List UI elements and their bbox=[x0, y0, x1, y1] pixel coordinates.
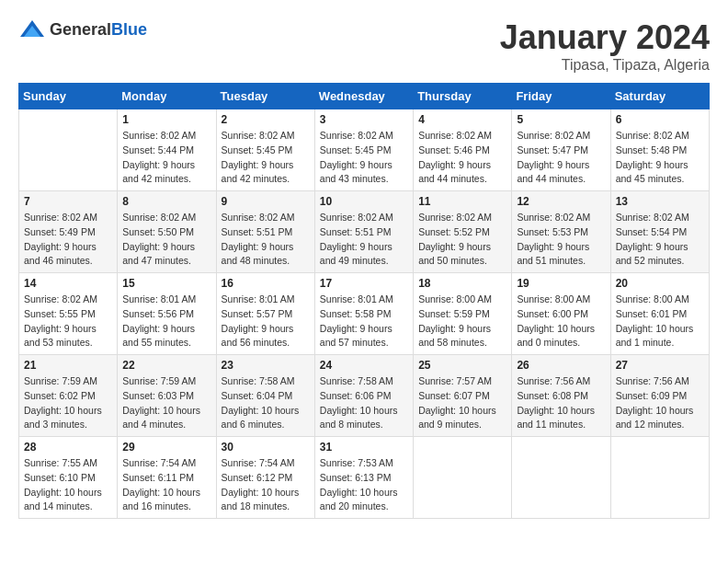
logo-blue: Blue bbox=[111, 20, 147, 39]
calendar-cell: 6Sunrise: 8:02 AMSunset: 5:48 PMDaylight… bbox=[610, 109, 709, 191]
day-info: Sunrise: 8:02 AMSunset: 5:47 PMDaylight:… bbox=[517, 129, 605, 187]
calendar-cell: 18Sunrise: 8:00 AMSunset: 5:59 PMDayligh… bbox=[414, 273, 512, 355]
day-number: 16 bbox=[222, 277, 310, 290]
day-info: Sunrise: 7:56 AMSunset: 6:09 PMDaylight:… bbox=[616, 374, 704, 432]
header-friday: Friday bbox=[512, 84, 610, 109]
calendar-cell: 24Sunrise: 7:58 AMSunset: 6:06 PMDayligh… bbox=[314, 355, 413, 437]
calendar-cell: 13Sunrise: 8:02 AMSunset: 5:54 PMDayligh… bbox=[610, 191, 709, 273]
page-header: GeneralBlue January 2024 Tipasa, Tipaza,… bbox=[18, 18, 710, 74]
day-number: 1 bbox=[122, 113, 210, 126]
calendar-cell: 22Sunrise: 7:59 AMSunset: 6:03 PMDayligh… bbox=[118, 355, 216, 437]
day-number: 23 bbox=[222, 359, 310, 372]
logo-icon bbox=[18, 18, 46, 40]
day-info: Sunrise: 8:02 AMSunset: 5:51 PMDaylight:… bbox=[320, 211, 408, 269]
day-info: Sunrise: 8:02 AMSunset: 5:48 PMDaylight:… bbox=[616, 129, 704, 187]
day-number: 31 bbox=[320, 441, 408, 454]
day-info: Sunrise: 7:55 AMSunset: 6:10 PMDaylight:… bbox=[24, 456, 112, 514]
day-info: Sunrise: 8:00 AMSunset: 6:01 PMDaylight:… bbox=[616, 293, 704, 350]
day-number: 3 bbox=[320, 113, 408, 126]
day-number: 6 bbox=[616, 113, 704, 126]
day-info: Sunrise: 7:59 AMSunset: 6:03 PMDaylight:… bbox=[122, 374, 210, 432]
header-saturday: Saturday bbox=[610, 84, 709, 109]
day-info: Sunrise: 8:02 AMSunset: 5:54 PMDaylight:… bbox=[616, 211, 704, 269]
calendar-cell: 8Sunrise: 8:02 AMSunset: 5:50 PMDaylight… bbox=[118, 191, 216, 273]
calendar-cell bbox=[610, 437, 709, 519]
day-number: 28 bbox=[24, 441, 112, 454]
calendar-table: Sunday Monday Tuesday Wednesday Thursday… bbox=[18, 83, 710, 519]
day-number: 12 bbox=[517, 195, 605, 208]
day-info: Sunrise: 8:01 AMSunset: 5:58 PMDaylight:… bbox=[320, 293, 408, 350]
location-title: Tipasa, Tipaza, Algeria bbox=[500, 57, 710, 74]
calendar-cell: 28Sunrise: 7:55 AMSunset: 6:10 PMDayligh… bbox=[19, 437, 118, 519]
day-number: 8 bbox=[122, 195, 210, 208]
title-area: January 2024 Tipasa, Tipaza, Algeria bbox=[500, 18, 710, 74]
calendar-week-row: 28Sunrise: 7:55 AMSunset: 6:10 PMDayligh… bbox=[19, 437, 710, 519]
calendar-cell: 27Sunrise: 7:56 AMSunset: 6:09 PMDayligh… bbox=[610, 355, 709, 437]
calendar-week-row: 21Sunrise: 7:59 AMSunset: 6:02 PMDayligh… bbox=[19, 355, 710, 437]
day-info: Sunrise: 8:02 AMSunset: 5:45 PMDaylight:… bbox=[222, 129, 310, 187]
day-number: 24 bbox=[320, 359, 408, 372]
day-info: Sunrise: 8:01 AMSunset: 5:56 PMDaylight:… bbox=[122, 293, 210, 350]
day-number: 18 bbox=[418, 277, 506, 290]
day-info: Sunrise: 8:02 AMSunset: 5:46 PMDaylight:… bbox=[418, 129, 506, 187]
calendar-cell: 3Sunrise: 8:02 AMSunset: 5:45 PMDaylight… bbox=[314, 109, 413, 191]
calendar-cell: 16Sunrise: 8:01 AMSunset: 5:57 PMDayligh… bbox=[216, 273, 314, 355]
logo-text: GeneralBlue bbox=[50, 20, 147, 40]
day-number: 30 bbox=[222, 441, 310, 454]
header-wednesday: Wednesday bbox=[314, 84, 413, 109]
day-info: Sunrise: 8:02 AMSunset: 5:45 PMDaylight:… bbox=[320, 129, 408, 187]
month-title: January 2024 bbox=[500, 18, 710, 57]
calendar-cell: 26Sunrise: 7:56 AMSunset: 6:08 PMDayligh… bbox=[512, 355, 610, 437]
calendar-cell: 1Sunrise: 8:02 AMSunset: 5:44 PMDaylight… bbox=[118, 109, 216, 191]
calendar-week-row: 1Sunrise: 8:02 AMSunset: 5:44 PMDaylight… bbox=[19, 109, 710, 191]
day-info: Sunrise: 8:02 AMSunset: 5:53 PMDaylight:… bbox=[517, 211, 605, 269]
calendar-cell: 29Sunrise: 7:54 AMSunset: 6:11 PMDayligh… bbox=[118, 437, 216, 519]
calendar-cell: 20Sunrise: 8:00 AMSunset: 6:01 PMDayligh… bbox=[610, 273, 709, 355]
calendar-cell: 12Sunrise: 8:02 AMSunset: 5:53 PMDayligh… bbox=[512, 191, 610, 273]
day-info: Sunrise: 7:54 AMSunset: 6:11 PMDaylight:… bbox=[122, 456, 210, 514]
day-info: Sunrise: 8:00 AMSunset: 5:59 PMDaylight:… bbox=[418, 293, 506, 350]
calendar-cell: 7Sunrise: 8:02 AMSunset: 5:49 PMDaylight… bbox=[19, 191, 118, 273]
day-info: Sunrise: 8:02 AMSunset: 5:49 PMDaylight:… bbox=[24, 211, 112, 269]
calendar-cell: 10Sunrise: 8:02 AMSunset: 5:51 PMDayligh… bbox=[314, 191, 413, 273]
header-tuesday: Tuesday bbox=[216, 84, 314, 109]
day-number: 29 bbox=[122, 441, 210, 454]
day-number: 2 bbox=[222, 113, 310, 126]
day-info: Sunrise: 7:58 AMSunset: 6:06 PMDaylight:… bbox=[320, 374, 408, 432]
calendar-cell: 25Sunrise: 7:57 AMSunset: 6:07 PMDayligh… bbox=[414, 355, 512, 437]
calendar-cell: 9Sunrise: 8:02 AMSunset: 5:51 PMDaylight… bbox=[216, 191, 314, 273]
calendar-cell: 31Sunrise: 7:53 AMSunset: 6:13 PMDayligh… bbox=[314, 437, 413, 519]
calendar-cell: 5Sunrise: 8:02 AMSunset: 5:47 PMDaylight… bbox=[512, 109, 610, 191]
calendar-body: 1Sunrise: 8:02 AMSunset: 5:44 PMDaylight… bbox=[19, 109, 710, 519]
day-info: Sunrise: 8:02 AMSunset: 5:51 PMDaylight:… bbox=[222, 211, 310, 269]
calendar-week-row: 14Sunrise: 8:02 AMSunset: 5:55 PMDayligh… bbox=[19, 273, 710, 355]
day-info: Sunrise: 7:59 AMSunset: 6:02 PMDaylight:… bbox=[24, 374, 112, 432]
day-number: 17 bbox=[320, 277, 408, 290]
day-info: Sunrise: 8:02 AMSunset: 5:52 PMDaylight:… bbox=[418, 211, 506, 269]
day-info: Sunrise: 8:00 AMSunset: 6:00 PMDaylight:… bbox=[517, 293, 605, 350]
calendar-cell bbox=[414, 437, 512, 519]
day-number: 9 bbox=[222, 195, 310, 208]
calendar-cell: 23Sunrise: 7:58 AMSunset: 6:04 PMDayligh… bbox=[216, 355, 314, 437]
calendar-cell: 17Sunrise: 8:01 AMSunset: 5:58 PMDayligh… bbox=[314, 273, 413, 355]
calendar-cell: 14Sunrise: 8:02 AMSunset: 5:55 PMDayligh… bbox=[19, 273, 118, 355]
day-info: Sunrise: 7:53 AMSunset: 6:13 PMDaylight:… bbox=[320, 456, 408, 514]
day-info: Sunrise: 7:57 AMSunset: 6:07 PMDaylight:… bbox=[418, 374, 506, 432]
day-number: 10 bbox=[320, 195, 408, 208]
calendar-cell: 11Sunrise: 8:02 AMSunset: 5:52 PMDayligh… bbox=[414, 191, 512, 273]
calendar-cell: 19Sunrise: 8:00 AMSunset: 6:00 PMDayligh… bbox=[512, 273, 610, 355]
day-number: 19 bbox=[517, 277, 605, 290]
day-number: 5 bbox=[517, 113, 605, 126]
day-number: 4 bbox=[418, 113, 506, 126]
day-number: 20 bbox=[616, 277, 704, 290]
calendar-cell: 30Sunrise: 7:54 AMSunset: 6:12 PMDayligh… bbox=[216, 437, 314, 519]
day-info: Sunrise: 8:02 AMSunset: 5:50 PMDaylight:… bbox=[122, 211, 210, 269]
day-info: Sunrise: 8:02 AMSunset: 5:44 PMDaylight:… bbox=[122, 129, 210, 187]
day-number: 13 bbox=[616, 195, 704, 208]
logo-general: General bbox=[50, 20, 111, 39]
day-number: 15 bbox=[122, 277, 210, 290]
calendar-cell: 21Sunrise: 7:59 AMSunset: 6:02 PMDayligh… bbox=[19, 355, 118, 437]
calendar-cell bbox=[19, 109, 118, 191]
weekday-header-row: Sunday Monday Tuesday Wednesday Thursday… bbox=[19, 84, 710, 109]
day-info: Sunrise: 7:54 AMSunset: 6:12 PMDaylight:… bbox=[222, 456, 310, 514]
